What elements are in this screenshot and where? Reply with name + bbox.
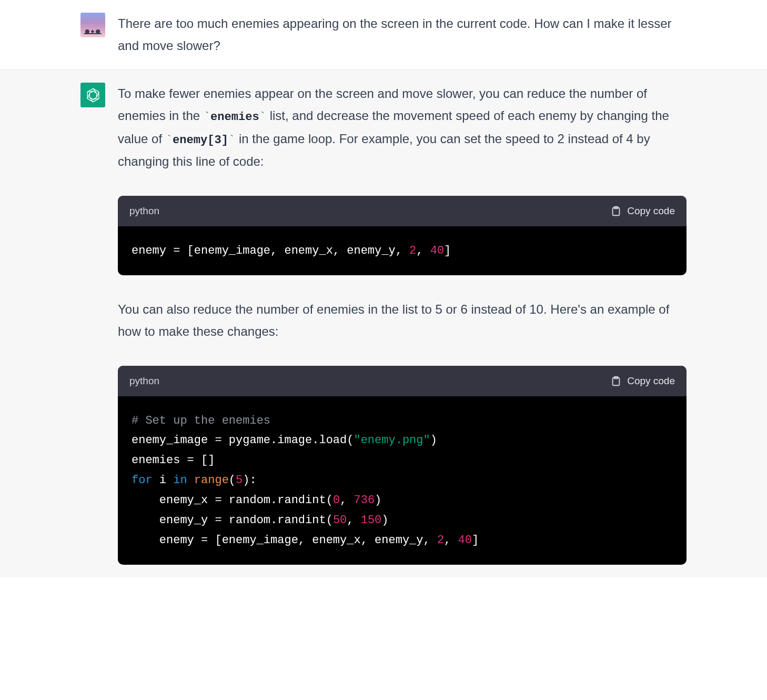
user-content: There are too much enemies appearing on … <box>118 13 687 57</box>
assistant-between-paragraph: You can also reduce the number of enemie… <box>118 298 687 343</box>
code-language-label: python <box>129 202 159 219</box>
code-content-2[interactable]: # Set up the enemies enemy_image = pygam… <box>118 396 687 565</box>
code-header: python Copy code <box>118 366 687 396</box>
clipboard-icon <box>610 205 622 217</box>
user-question: There are too much enemies appearing on … <box>118 13 687 57</box>
code-block-1: python Copy code enemy = [enemy_image, e… <box>118 196 687 275</box>
copy-code-button[interactable]: Copy code <box>610 202 675 219</box>
code-header: python Copy code <box>118 196 687 226</box>
code-content-1[interactable]: enemy = [enemy_image, enemy_x, enemy_y, … <box>118 226 687 276</box>
user-turn: There are too much enemies appearing on … <box>0 0 767 69</box>
openai-logo-icon <box>85 87 101 103</box>
copy-code-button[interactable]: Copy code <box>610 372 675 389</box>
assistant-intro-paragraph: To make fewer enemies appear on the scre… <box>118 83 687 173</box>
inline-code-enemies: enemies <box>204 111 266 124</box>
clipboard-icon <box>610 375 622 387</box>
copy-code-label: Copy code <box>627 202 675 219</box>
code-block-2: python Copy code # Set up the enemies en… <box>118 366 687 565</box>
user-avatar <box>80 13 105 37</box>
copy-code-label: Copy code <box>627 372 675 389</box>
assistant-turn: To make fewer enemies appear on the scre… <box>0 69 767 577</box>
assistant-avatar <box>80 83 105 107</box>
inline-code-enemy3: enemy[3] <box>166 134 236 147</box>
code-language-label: python <box>129 372 159 389</box>
assistant-content: To make fewer enemies appear on the scre… <box>118 83 687 565</box>
